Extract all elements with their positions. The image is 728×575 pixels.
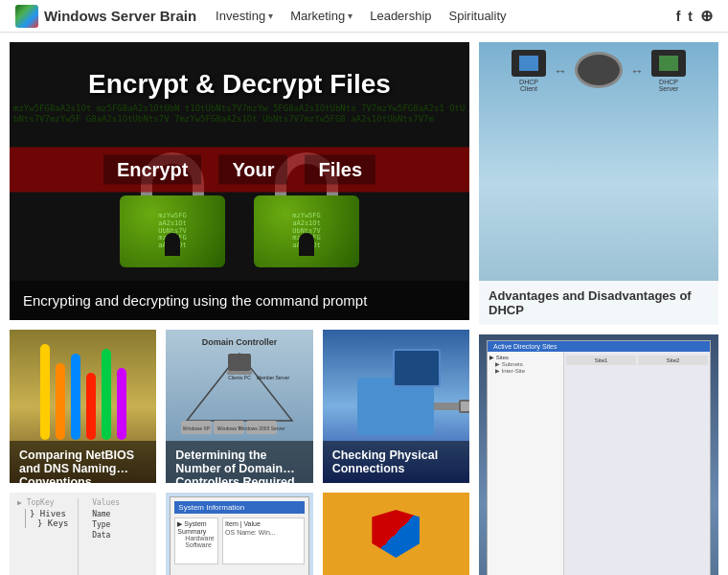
card-physical-title: Checking Physical Connections: [323, 441, 469, 483]
twitter-icon[interactable]: t: [688, 9, 693, 24]
header: Windows Server Brain Investing ▾ Marketi…: [0, 0, 728, 33]
card-gpo[interactable]: Deploying Software Updates Using Group P…: [323, 493, 469, 575]
left-column: Encrypt & Decrypt Files mzYw5FG8aA2s1Ot …: [10, 42, 469, 575]
nav-label-investing: Investing: [216, 9, 265, 23]
hero-title: Encrypt & Decrypt Files: [10, 61, 469, 107]
card-netbios-title: Comparing NetBIOS and DNS Naming Convent…: [10, 441, 156, 483]
right-column: DHCPClient ↔ ↔ DHCPServer: [479, 42, 718, 575]
hero-caption: Encrypting and decrypting using the comm…: [10, 281, 469, 320]
svg-rect-1: [228, 354, 251, 371]
nav-item-investing[interactable]: Investing ▾: [208, 5, 281, 27]
nav-label-spirituality: Spirituality: [449, 9, 507, 23]
facebook-icon[interactable]: f: [676, 9, 681, 24]
nav-item-spirituality[interactable]: Spirituality: [442, 5, 514, 27]
social-icons: f t ⊕: [676, 7, 713, 25]
registry-visual: ▶ TopKey } Hives } Keys Values Name Type: [10, 493, 156, 575]
site-title[interactable]: Windows Server Brain: [44, 8, 196, 24]
chevron-down-icon: ▾: [348, 11, 353, 21]
logo-icon: [15, 5, 38, 28]
hero-title-text: Encrypt & Decrypt Files: [10, 61, 469, 107]
bottom-bottom-row: ▶ TopKey } Hives } Keys Values Name Type: [10, 493, 469, 575]
hero-article[interactable]: Encrypt & Decrypt Files mzYw5FG8aA2s1Ot …: [10, 42, 469, 320]
hero-band: Encrypt Your Files: [10, 148, 469, 193]
header-left: Windows Server Brain Investing ▾ Marketi…: [15, 5, 514, 28]
hero-background: Encrypt & Decrypt Files mzYw5FG8aA2s1Ot …: [10, 42, 469, 320]
cables-visual: [40, 344, 126, 440]
chevron-down-icon: ▾: [268, 11, 273, 21]
nav-item-leadership[interactable]: Leadership: [362, 5, 439, 27]
msinfo-visual: System Information ▶ System Summary Hard…: [166, 493, 312, 575]
card-domain[interactable]: Domain Controller Clients PC Member Serv…: [166, 330, 312, 483]
nav-label-marketing: Marketing: [290, 9, 345, 23]
card-dhcp-title: Advantages and Disadvantages of DHCP: [479, 281, 718, 325]
card-bridgehead[interactable]: Active Directory Sites ▶ Sites ▶ Subnets…: [479, 334, 718, 575]
card-netbios[interactable]: Comparing NetBIOS and DNS Naming Convent…: [10, 330, 156, 483]
svg-text:Windows XP: Windows XP: [183, 426, 211, 431]
band-word-encrypt: Encrypt: [103, 155, 201, 185]
dc-visual: Domain Controller Clients PC Member Serv…: [177, 337, 302, 438]
card-physical[interactable]: Checking Physical Connections: [323, 330, 469, 483]
main-content: Encrypt & Decrypt Files mzYw5FG8aA2s1Ot …: [0, 33, 728, 575]
bridge-visual: Active Directory Sites ▶ Sites ▶ Subnets…: [487, 340, 711, 575]
card-domain-title: Determining the Number of Domain Control…: [166, 441, 312, 483]
pinterest-icon[interactable]: ⊕: [700, 7, 713, 25]
nav-label-leadership: Leadership: [370, 9, 431, 23]
logo-area[interactable]: Windows Server Brain: [15, 5, 196, 28]
gpo-visual: [323, 493, 469, 575]
svg-text:Member Server: Member Server: [257, 375, 290, 380]
svg-text:Clients PC: Clients PC: [228, 375, 251, 380]
card-msinfo[interactable]: System Information ▶ System Summary Hard…: [166, 493, 312, 575]
band-word-files: Files: [305, 155, 375, 185]
dhcp-diagram: DHCPClient ↔ ↔ DHCPServer: [512, 50, 686, 92]
card-dhcp[interactable]: DHCPClient ↔ ↔ DHCPServer: [479, 42, 718, 325]
band-word-your: Your: [218, 155, 287, 185]
svg-text:Windows 2003 Server: Windows 2003 Server: [239, 426, 285, 431]
nav-item-marketing[interactable]: Marketing ▾: [283, 5, 360, 27]
nav: Investing ▾ Marketing ▾ Leadership Spiri…: [208, 5, 513, 27]
bottom-row: Comparing NetBIOS and DNS Naming Convent…: [10, 330, 469, 483]
card-registry[interactable]: ▶ TopKey } Hives } Keys Values Name Type: [10, 493, 156, 575]
